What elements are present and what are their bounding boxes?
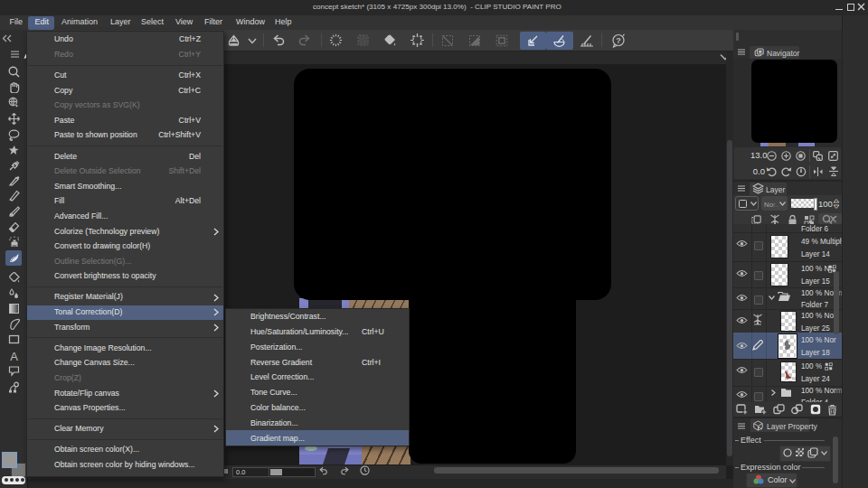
- svg-text:?: ?: [616, 36, 621, 45]
- svg-text:A: A: [10, 350, 18, 361]
